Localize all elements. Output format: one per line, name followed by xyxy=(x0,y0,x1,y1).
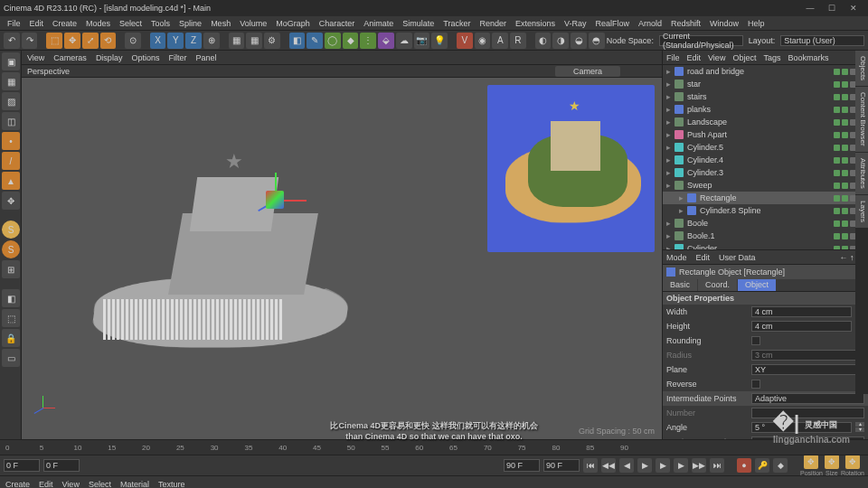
menu-modes[interactable]: Modes xyxy=(82,19,114,28)
menu-panel[interactable]: Panel xyxy=(195,53,216,62)
extra-tool-4[interactable]: ◓ xyxy=(589,33,605,49)
extra-tool-3[interactable]: ◒ xyxy=(571,33,587,49)
move-tool[interactable]: ✥ xyxy=(64,33,80,49)
menu-character[interactable]: Character xyxy=(316,19,359,28)
viewport-3d[interactable]: ★ ★ Grid Spacing : 50 cm xyxy=(22,78,662,439)
menu-volume[interactable]: Volume xyxy=(236,19,270,28)
render-settings[interactable]: ⚙ xyxy=(264,33,280,49)
y-axis-toggle[interactable]: Y xyxy=(167,33,184,49)
realflow-button[interactable]: ◉ xyxy=(475,33,491,49)
menu-extensions[interactable]: Extensions xyxy=(512,19,559,28)
play-forward[interactable]: ▶ xyxy=(656,458,670,473)
tree-item-rectangle[interactable]: ▸Rectangle xyxy=(663,192,868,204)
next-key[interactable]: ▶▶ xyxy=(692,458,706,473)
extra-tool-1[interactable]: ◐ xyxy=(535,33,552,49)
polygon-mode[interactable]: ▲ xyxy=(2,172,20,190)
menu-view[interactable]: View xyxy=(62,480,80,489)
rounding-checkbox[interactable] xyxy=(751,336,760,345)
texture-mode[interactable]: ▨ xyxy=(2,92,20,110)
point-mode[interactable]: • xyxy=(2,132,20,150)
make-editable[interactable]: ▣ xyxy=(2,52,20,70)
menu-create[interactable]: Create xyxy=(5,480,30,489)
menu-select[interactable]: Select xyxy=(89,480,111,489)
menu-view[interactable]: View xyxy=(708,53,725,62)
panel-tab-objects[interactable]: Objects xyxy=(855,51,868,86)
menu-edit[interactable]: Edit xyxy=(39,480,53,489)
prev-frame[interactable]: ◀ xyxy=(619,458,634,473)
edge-mode[interactable]: / xyxy=(2,152,20,170)
plane-dropdown[interactable]: XY xyxy=(751,364,864,375)
render-pv[interactable]: ▦ xyxy=(246,33,262,49)
menu-render[interactable]: Render xyxy=(476,19,510,28)
workplane-mode[interactable]: ◫ xyxy=(2,112,20,130)
coord-rotation[interactable]: ✥Rotation xyxy=(841,455,864,476)
tree-item-planks[interactable]: ▸planks xyxy=(663,103,868,116)
spline-tool[interactable]: ✎ xyxy=(307,33,323,49)
extra-tool-2[interactable]: ◑ xyxy=(552,33,569,49)
interp-dropdown[interactable]: Adaptive xyxy=(751,393,864,404)
light-add[interactable]: 💡 xyxy=(431,33,448,49)
menu-object[interactable]: Object xyxy=(732,53,756,62)
arnold-button[interactable]: A xyxy=(492,33,508,49)
x-axis-toggle[interactable]: X xyxy=(150,33,166,49)
tl-total[interactable]: 90 F xyxy=(543,459,580,472)
tree-item-roadandbridge[interactable]: ▸road and bridge xyxy=(663,65,868,78)
snap-settings[interactable]: ⊞ xyxy=(2,260,20,278)
attr-tab-coord[interactable]: Coord. xyxy=(698,279,737,291)
tl-current[interactable]: 0 F xyxy=(43,459,80,472)
reference-image[interactable]: ★ xyxy=(487,85,655,252)
menu-cameras[interactable]: Cameras xyxy=(53,53,87,62)
redshift-button[interactable]: R xyxy=(510,33,526,49)
menu-mesh[interactable]: Mesh xyxy=(207,19,234,28)
subdivision-surface[interactable]: ◯ xyxy=(325,33,341,49)
menu-tools[interactable]: Tools xyxy=(147,19,174,28)
tree-item-boole1[interactable]: ▸Boole.1 xyxy=(663,230,868,242)
scale-tool[interactable]: ⤢ xyxy=(82,33,99,49)
close-button[interactable]: ✕ xyxy=(843,4,864,13)
tree-item-pushapart[interactable]: ▸Push Apart xyxy=(663,128,868,141)
deformer[interactable]: ⬙ xyxy=(378,33,394,49)
menu-redshift[interactable]: Redshift xyxy=(667,19,704,28)
tl-start[interactable]: 0 F xyxy=(4,459,40,472)
panel-tab-attributes[interactable]: Attributes xyxy=(855,153,868,194)
height-input[interactable]: 4 cm xyxy=(751,321,852,332)
tree-item-landscape[interactable]: ▸Landscape xyxy=(663,116,868,128)
menu-help[interactable]: Help xyxy=(744,19,769,28)
play-backward[interactable]: ▶ xyxy=(637,458,652,473)
select-tool[interactable]: ⬚ xyxy=(46,33,62,49)
menu-file[interactable]: File xyxy=(4,19,24,28)
tree-item-cylinder4[interactable]: ▸Cylinder.4 xyxy=(663,154,868,166)
menu-simulate[interactable]: Simulate xyxy=(399,19,438,28)
tree-item-cylinder3[interactable]: ▸Cylinder.3 xyxy=(663,166,868,179)
menu-animate[interactable]: Animate xyxy=(360,19,397,28)
model-mode[interactable]: ▦ xyxy=(2,72,20,90)
menu-spline[interactable]: Spline xyxy=(175,19,205,28)
camera-selector[interactable]: Camera xyxy=(555,66,620,77)
quantize-tool[interactable]: ⬚ xyxy=(2,309,20,327)
panel-tab-layers[interactable]: Layers xyxy=(855,195,868,228)
tree-item-cylinder[interactable]: ▸Cylinder xyxy=(663,242,868,250)
attrmenu-edit[interactable]: Edit xyxy=(696,253,711,262)
render-view[interactable]: ▦ xyxy=(229,33,245,49)
keyframe-sel[interactable]: ◆ xyxy=(773,458,788,473)
autokey-button[interactable]: 🔑 xyxy=(755,458,769,473)
prev-key[interactable]: ◀◀ xyxy=(601,458,616,473)
attr-tab-basic[interactable]: Basic xyxy=(663,279,697,291)
minimize-button[interactable]: — xyxy=(799,4,821,13)
coord-size[interactable]: ✥Size xyxy=(825,455,839,476)
cloner[interactable]: ⋮ xyxy=(360,33,376,49)
next-frame[interactable]: ▶ xyxy=(674,458,688,473)
cube-primitive[interactable]: ◧ xyxy=(289,33,306,49)
menu-arnold[interactable]: Arnold xyxy=(635,19,665,28)
tree-item-cylinder8spline[interactable]: ▸Cylinder.8 Spline xyxy=(663,204,868,217)
redo-button[interactable]: ↷ xyxy=(22,33,38,49)
snap-toggle[interactable]: S xyxy=(2,240,20,258)
menu-view[interactable]: View xyxy=(27,53,44,62)
menu-tracker[interactable]: Tracker xyxy=(439,19,474,28)
undo-button[interactable]: ↶ xyxy=(4,33,20,49)
attrmenu-user data[interactable]: User Data xyxy=(719,253,756,262)
panel-tab-contentbrowser[interactable]: Content Browser xyxy=(855,87,868,152)
rotate-tool[interactable]: ⟲ xyxy=(100,33,117,49)
record-button[interactable]: ● xyxy=(737,458,751,473)
workplane-tool[interactable]: ◧ xyxy=(2,289,20,307)
